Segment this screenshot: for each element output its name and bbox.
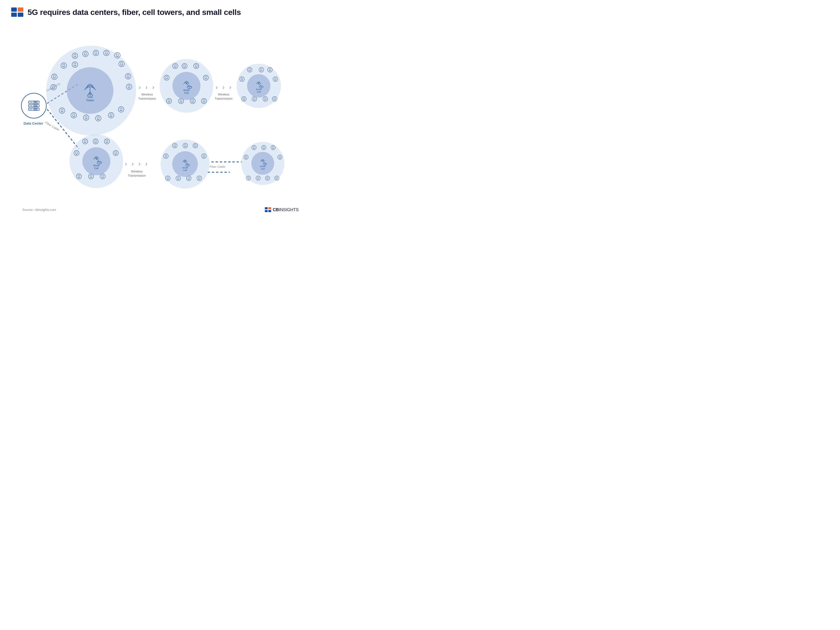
small-cell-top-1-outer: SmallCell xyxy=(159,59,213,113)
svg-point-177 xyxy=(164,154,168,158)
small-cell-label: SmallCell xyxy=(183,89,190,95)
svg-point-16 xyxy=(31,105,32,106)
svg-rect-230 xyxy=(268,210,271,212)
phone-icon xyxy=(71,112,77,119)
svg-point-10 xyxy=(31,102,32,103)
svg-point-157 xyxy=(76,174,81,179)
svg-point-141 xyxy=(259,86,263,88)
svg-point-183 xyxy=(166,176,170,181)
phone-icon xyxy=(72,53,78,60)
svg-point-93 xyxy=(164,75,169,80)
phone-icon xyxy=(183,143,188,149)
fiber-cable-dots-bottom xyxy=(212,159,242,165)
svg-point-222 xyxy=(275,176,279,180)
svg-point-41 xyxy=(61,63,66,68)
svg-point-119 xyxy=(268,68,272,72)
svg-rect-2 xyxy=(11,13,17,17)
phone-icon xyxy=(95,115,101,122)
svg-point-163 xyxy=(100,174,105,179)
svg-point-134 xyxy=(263,96,268,101)
small-cell-top-1-inner: SmallCell xyxy=(172,72,201,100)
svg-point-38 xyxy=(115,52,120,58)
small-cell-label-4: SmallCell xyxy=(182,167,188,172)
phone-icon xyxy=(259,67,264,73)
svg-rect-229 xyxy=(265,210,268,212)
svg-point-113 xyxy=(247,68,252,72)
phone-icon xyxy=(126,84,132,91)
phone-icon xyxy=(163,153,169,159)
phone-icon xyxy=(190,98,196,105)
svg-point-26 xyxy=(72,53,78,58)
svg-point-35 xyxy=(104,50,109,56)
phone-icon xyxy=(165,176,171,182)
svg-point-59 xyxy=(126,84,132,90)
cell-tower-outer-circle: CellTower xyxy=(46,46,136,136)
phone-icon xyxy=(118,106,124,114)
cell-tower-inner-circle: CellTower xyxy=(67,67,114,114)
small-cell-bottom-1-outer: SmallCell xyxy=(69,134,123,188)
svg-point-216 xyxy=(256,176,261,180)
wireless-transmission-label-1: WirelessTransmission xyxy=(138,92,156,101)
phone-icon xyxy=(239,77,245,83)
phone-icon xyxy=(263,96,268,103)
phone-icon xyxy=(82,139,88,145)
svg-point-116 xyxy=(259,68,264,72)
svg-point-219 xyxy=(265,176,270,180)
header: 5G requires data centers, fiber, cell to… xyxy=(0,0,298,21)
cell-tower-icon xyxy=(81,79,99,96)
svg-point-207 xyxy=(244,155,248,159)
svg-point-56 xyxy=(125,74,131,79)
svg-point-142 xyxy=(83,139,88,144)
phone-icon xyxy=(118,61,125,68)
phone-icon xyxy=(72,62,78,69)
phone-icon xyxy=(164,75,169,81)
phone-icon xyxy=(172,143,177,149)
phone-icon xyxy=(201,153,207,159)
phone-icon xyxy=(197,176,202,182)
cbinsights-logo-icon xyxy=(11,8,23,17)
phone-icon xyxy=(271,145,276,151)
phone-icon xyxy=(265,176,270,182)
svg-point-29 xyxy=(83,51,88,57)
svg-point-154 xyxy=(113,150,118,156)
phone-icon xyxy=(272,96,277,103)
phone-icon xyxy=(247,67,252,73)
svg-point-122 xyxy=(240,77,244,81)
svg-rect-227 xyxy=(265,207,268,209)
svg-point-210 xyxy=(278,155,282,159)
small-cell-top-2-outer: SmallCell xyxy=(237,64,281,108)
cell-tower-inner-label: CellTower xyxy=(86,95,94,102)
svg-point-32 xyxy=(93,50,99,56)
svg-point-74 xyxy=(108,112,114,118)
svg-point-151 xyxy=(74,150,79,156)
svg-point-15 xyxy=(30,105,30,106)
phone-icon xyxy=(275,176,279,182)
svg-point-168 xyxy=(172,143,177,148)
svg-rect-3 xyxy=(18,13,23,17)
svg-point-213 xyxy=(246,176,251,180)
small-cell-bottom-2-inner: SmallCell xyxy=(172,151,198,177)
phone-icon xyxy=(82,51,88,58)
svg-point-65 xyxy=(71,112,77,118)
diagram: Data Center Fiber Cable Fiber Cable xyxy=(0,21,298,212)
svg-point-167 xyxy=(97,161,102,164)
cbinsights-footer-logo: CBINSIGHTS xyxy=(265,207,298,212)
svg-point-50 xyxy=(52,74,57,80)
svg-point-53 xyxy=(51,84,56,90)
svg-point-148 xyxy=(104,139,109,144)
svg-point-171 xyxy=(183,143,188,148)
svg-point-96 xyxy=(203,75,208,80)
phone-icon xyxy=(193,63,199,70)
phone-icon xyxy=(273,77,278,83)
phone-icon xyxy=(278,155,282,161)
phone-icon xyxy=(61,63,67,69)
svg-point-108 xyxy=(201,98,207,104)
svg-point-44 xyxy=(72,62,78,68)
phone-icon xyxy=(113,150,118,157)
phone-icon xyxy=(241,96,246,103)
svg-point-21 xyxy=(30,109,30,110)
phone-icon xyxy=(59,107,65,115)
phone-icon xyxy=(166,98,172,105)
data-center-icon xyxy=(26,98,42,114)
svg-point-145 xyxy=(93,139,98,144)
